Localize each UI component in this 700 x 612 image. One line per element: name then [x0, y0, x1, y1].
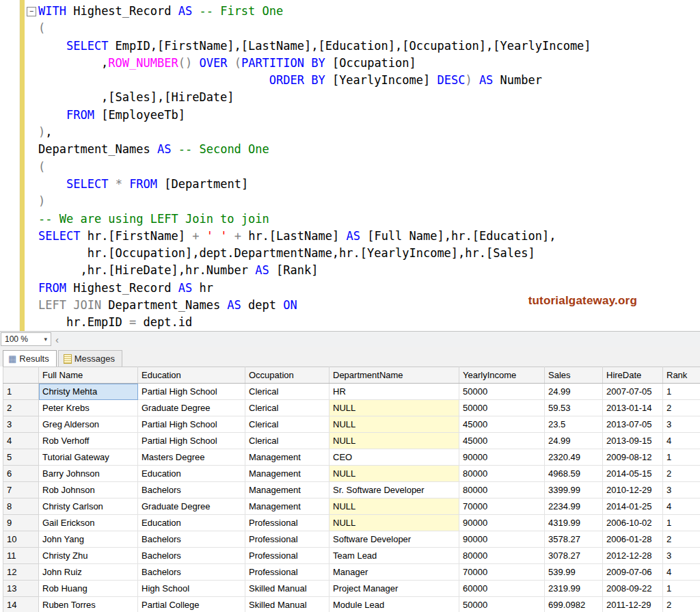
grid-cell[interactable]: 24.99 [545, 384, 603, 400]
grid-cell[interactable]: 4968.59 [545, 466, 603, 482]
grid-cell[interactable]: NULL [329, 400, 459, 416]
grid-cell[interactable]: Professional [245, 564, 329, 581]
column-header[interactable]: YearlyIncome [459, 367, 545, 384]
grid-cell[interactable]: 59.53 [545, 400, 603, 416]
column-header[interactable]: DepartmentName [329, 367, 459, 384]
grid-cell[interactable]: Professional [245, 548, 329, 564]
grid-cell[interactable]: Bachelors [138, 548, 245, 564]
grid-cell[interactable]: High School [138, 581, 245, 597]
code-line[interactable]: ,[Sales],[HireDate] [38, 89, 700, 106]
grid-cell[interactable]: Professional [245, 515, 329, 531]
grid-cell[interactable]: 50000 [459, 597, 545, 612]
code-line[interactable]: SELECT * FROM [Department] [38, 176, 700, 193]
grid-cell[interactable]: 3399.99 [545, 482, 603, 498]
grid-cell[interactable]: 3 [663, 416, 700, 433]
column-header[interactable]: Occupation [245, 367, 329, 384]
grid-cell[interactable]: Education [138, 466, 245, 482]
code-lines[interactable]: −WITH Highest_Record AS -- First One( SE… [25, 0, 700, 331]
grid-cell[interactable]: 90000 [459, 449, 545, 466]
grid-cell[interactable]: HR [329, 384, 459, 400]
grid-cell[interactable]: Partial High School [138, 384, 245, 400]
collapse-toggle-icon[interactable]: − [27, 7, 36, 16]
grid-cell[interactable]: 45000 [459, 433, 545, 449]
grid-cell[interactable]: 4319.99 [545, 515, 603, 531]
grid-cell[interactable]: NULL [329, 498, 459, 515]
code-line[interactable]: SELECT EmpID,[FirstName],[LastName],[Edu… [38, 38, 700, 55]
grid-cell[interactable]: 2012-12-28 [603, 548, 663, 564]
grid-cell[interactable]: Masters Degree [138, 449, 245, 466]
grid-cell[interactable]: Graduate Degree [138, 400, 245, 416]
grid-cell[interactable]: 2013-07-05 [603, 416, 663, 433]
row-number[interactable]: 2 [3, 400, 39, 416]
grid-cell[interactable]: Bachelors [138, 531, 245, 548]
grid-cell[interactable]: 50000 [459, 384, 545, 400]
grid-cell[interactable]: Clerical [245, 433, 329, 449]
grid-cell[interactable]: 2 [663, 400, 700, 416]
code-line[interactable]: Department_Names AS -- Second One [38, 141, 700, 158]
grid-cell[interactable]: Bachelors [138, 482, 245, 498]
grid-corner[interactable] [3, 367, 39, 384]
grid-cell[interactable]: Partial High School [138, 416, 245, 433]
row-number[interactable]: 7 [3, 482, 39, 498]
grid-cell[interactable]: John Yang [39, 531, 138, 548]
column-header[interactable]: Rank [663, 367, 700, 384]
grid-cell[interactable]: 3 [663, 548, 700, 564]
row-number[interactable]: 9 [3, 515, 39, 531]
grid-cell[interactable]: Clerical [245, 384, 329, 400]
grid-cell[interactable]: 2010-12-29 [603, 482, 663, 498]
grid-cell[interactable]: 3 [663, 482, 700, 498]
grid-cell[interactable]: Rob Johnson [39, 482, 138, 498]
code-line[interactable]: ,ROW_NUMBER() OVER (PARTITION BY [Occupa… [38, 55, 700, 72]
tab-messages[interactable]: Messages [58, 350, 122, 367]
code-line[interactable]: ) [38, 193, 700, 210]
grid-cell[interactable]: 2013-09-15 [603, 433, 663, 449]
zoom-dropdown[interactable]: 100 % ▾ [1, 332, 51, 346]
grid-cell[interactable]: 2009-07-06 [603, 564, 663, 581]
grid-cell[interactable]: Education [138, 515, 245, 531]
grid-cell[interactable]: Management [245, 498, 329, 515]
grid-cell[interactable]: 2006-01-28 [603, 531, 663, 548]
grid-cell[interactable]: 2007-07-05 [603, 384, 663, 400]
grid-cell[interactable]: 1 [663, 384, 700, 400]
grid-cell[interactable]: 3578.27 [545, 531, 603, 548]
grid-cell[interactable]: Software Developer [329, 531, 459, 548]
grid-cell[interactable]: 45000 [459, 416, 545, 433]
grid-cell[interactable]: NULL [329, 466, 459, 482]
grid-cell[interactable]: Rob Huang [39, 581, 138, 597]
scroll-left-icon[interactable]: ‹ [51, 334, 63, 345]
column-header[interactable]: Sales [545, 367, 603, 384]
grid-cell[interactable]: John Ruiz [39, 564, 138, 581]
grid-cell[interactable]: Management [245, 482, 329, 498]
row-number[interactable]: 11 [3, 548, 39, 564]
grid-cell[interactable]: Rob Verhoff [39, 433, 138, 449]
grid-cell[interactable]: 2319.99 [545, 581, 603, 597]
grid-cell[interactable]: Peter Krebs [39, 400, 138, 416]
grid-cell[interactable]: Ruben Torres [39, 597, 138, 612]
code-line[interactable]: hr.[Occupation],dept.DepartmentName,hr.[… [38, 245, 700, 262]
grid-cell[interactable]: Team Lead [329, 548, 459, 564]
grid-cell[interactable]: Gail Erickson [39, 515, 138, 531]
grid-cell[interactable]: 1 [663, 449, 700, 466]
grid-cell[interactable]: 24.99 [545, 433, 603, 449]
grid-cell[interactable]: Skilled Manual [245, 581, 329, 597]
grid-cell[interactable]: 2 [663, 466, 700, 482]
grid-cell[interactable]: 60000 [459, 581, 545, 597]
code-line[interactable]: FROM [EmployeeTb] [38, 107, 700, 124]
grid-cell[interactable]: 2006-10-02 [603, 515, 663, 531]
grid-cell[interactable]: Greg Alderson [39, 416, 138, 433]
grid-cell[interactable]: 2008-09-22 [603, 581, 663, 597]
code-line[interactable]: −WITH Highest_Record AS -- First One [38, 3, 700, 20]
grid-cell[interactable]: 70000 [459, 498, 545, 515]
horizontal-scrollbar[interactable]: ‹ [51, 332, 700, 347]
grid-cell[interactable]: 80000 [459, 482, 545, 498]
row-number[interactable]: 5 [3, 449, 39, 466]
grid-cell[interactable]: Module Lead [329, 597, 459, 612]
grid-cell[interactable]: Christy Carlson [39, 498, 138, 515]
column-header[interactable]: HireDate [603, 367, 663, 384]
grid-cell[interactable]: NULL [329, 416, 459, 433]
grid-cell[interactable]: 90000 [459, 531, 545, 548]
grid-cell[interactable]: 539.99 [545, 564, 603, 581]
grid-cell[interactable]: Clerical [245, 400, 329, 416]
grid-cell[interactable]: Partial High School [138, 433, 245, 449]
grid-cell[interactable]: 2 [663, 531, 700, 548]
